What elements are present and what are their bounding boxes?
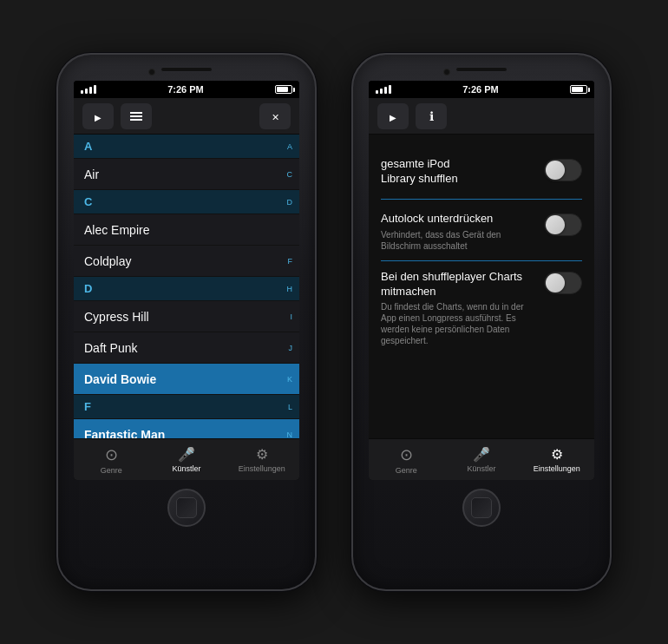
list-button[interactable] [121,103,152,129]
phone-2: 7:26 PM gesamte iPodLibrary shufflen [351,53,612,591]
genre-label-1: Genre [101,466,122,475]
toggle-autolock[interactable] [544,214,582,236]
section-f: F L [74,395,299,419]
toolbar-2 [369,98,594,135]
setting-autolock-title: Autolock unterdrücken [381,212,535,227]
toggle-charts[interactable] [544,272,582,294]
artist-list[interactable]: A A Air C C D Alec Empire Coldplay F D H [74,135,299,438]
einstellungen-icon-2: ⚙ [551,446,563,463]
setting-charts-text: Bei den shuffleplayer Charts mitmachen D… [381,270,535,347]
battery-fill-1 [277,87,288,92]
list-item-daft-punk[interactable]: Daft Punk J [74,332,299,364]
status-right-1 [275,85,292,94]
list-item-fantastic-man[interactable]: Fantastic Man N [74,419,299,438]
settings-content: gesamte iPodLibrary shufflen Autolock un… [369,135,594,438]
setting-charts-desc: Du findest die Charts, wenn du in der Ap… [381,301,535,346]
phone-2-speaker [455,67,508,72]
einstellungen-icon-1: ⚙ [256,446,268,463]
signal-bar-4 [94,85,96,94]
kuenstler-icon-2: 🎤 [473,446,490,463]
battery-fill-2 [572,87,583,92]
phone-speaker [160,67,213,72]
phone-1-screen: 7:26 PM [74,81,299,480]
signal-bar2-2 [380,89,383,94]
genre-icon-2: ⊙ [400,445,413,464]
status-bar-2: 7:26 PM [369,81,594,98]
setting-charts-title: Bei den shuffleplayer Charts mitmachen [381,270,535,299]
signal-strength-2 [376,85,391,94]
tab-kuenstler-2[interactable]: 🎤 Künstler [444,446,520,473]
info-icon [429,108,434,124]
setting-autolock-text: Autolock unterdrücken Verhindert, dass d… [381,212,535,252]
signal-strength [81,85,96,94]
phone-1: 7:26 PM [56,53,317,591]
list-item-david-bowie[interactable]: David Bowie K [74,364,299,395]
toolbar-1 [74,98,299,135]
kuenstler-label-2: Künstler [467,464,495,473]
toggle-shuffle-library[interactable] [544,159,582,181]
phone-2-screen: 7:26 PM gesamte iPodLibrary shufflen [369,81,594,480]
battery-icon-2 [570,85,587,94]
list-item-alec-empire[interactable]: Alec Empire [74,214,299,246]
battery-icon-1 [275,85,292,94]
status-time-1: 7:26 PM [167,84,204,95]
signal-bar2-4 [389,85,391,94]
list-item-coldplay[interactable]: Coldplay F [74,246,299,277]
signal-bar-2 [85,89,88,94]
section-a: A A [74,135,299,159]
kuenstler-icon-1: 🎤 [178,446,195,463]
home-button-1[interactable] [167,489,206,527]
tab-einstellungen-1[interactable]: ⚙ Einstellungen [224,446,299,473]
genre-icon-1: ⊙ [105,445,118,464]
home-button-2[interactable] [462,489,501,527]
section-c: C D [74,190,299,214]
setting-shuffle-library-text: gesamte iPodLibrary shufflen [381,157,535,187]
einstellungen-label-1: Einstellungen [239,464,285,473]
signal-bar2-3 [384,87,387,94]
genre-label-2: Genre [396,466,417,475]
tab-bar-2: ⊙ Genre 🎤 Künstler ⚙ Einstellungen [369,438,594,480]
play-button-2[interactable] [377,103,409,129]
setting-charts: Bei den shuffleplayer Charts mitmachen D… [381,260,582,356]
play-button-1[interactable] [82,103,114,129]
signal-bar-3 [89,87,92,94]
setting-autolock-desc: Verhindert, dass das Gerät den Bildschir… [381,229,535,252]
tab-bar-1: ⊙ Genre 🎤 Künstler ⚙ Einstellungen [74,438,299,480]
tab-einstellungen-2[interactable]: ⚙ Einstellungen [519,446,594,473]
status-time-2: 7:26 PM [462,84,499,95]
tab-genre-1[interactable]: ⊙ Genre [74,445,149,475]
einstellungen-label-2: Einstellungen [534,464,580,473]
phone-2-camera [443,69,450,76]
status-bar-1: 7:26 PM [74,81,299,98]
tab-genre-2[interactable]: ⊙ Genre [369,445,444,475]
setting-autolock: Autolock unterdrücken Verhindert, dass d… [381,203,582,260]
close-icon [272,108,279,124]
list-item-air[interactable]: Air C [74,159,299,190]
section-d: D H [74,277,299,301]
info-button[interactable] [416,103,447,129]
play-icon-2 [390,108,396,124]
tab-kuenstler-1[interactable]: 🎤 Künstler [149,446,225,473]
kuenstler-label-1: Künstler [172,464,200,473]
phone-camera [148,69,155,76]
list-icon [127,112,146,121]
signal-bar-1 [81,90,83,94]
setting-shuffle-library-title: gesamte iPodLibrary shufflen [381,157,535,187]
divider-1 [381,199,582,200]
status-right-2 [570,85,587,94]
list-item-cypress-hill[interactable]: Cypress Hill I [74,301,299,332]
signal-bar2-1 [376,90,378,94]
setting-shuffle-library: gesamte iPodLibrary shufflen [381,148,582,195]
play-icon-1 [95,108,102,124]
close-button[interactable] [259,103,291,129]
